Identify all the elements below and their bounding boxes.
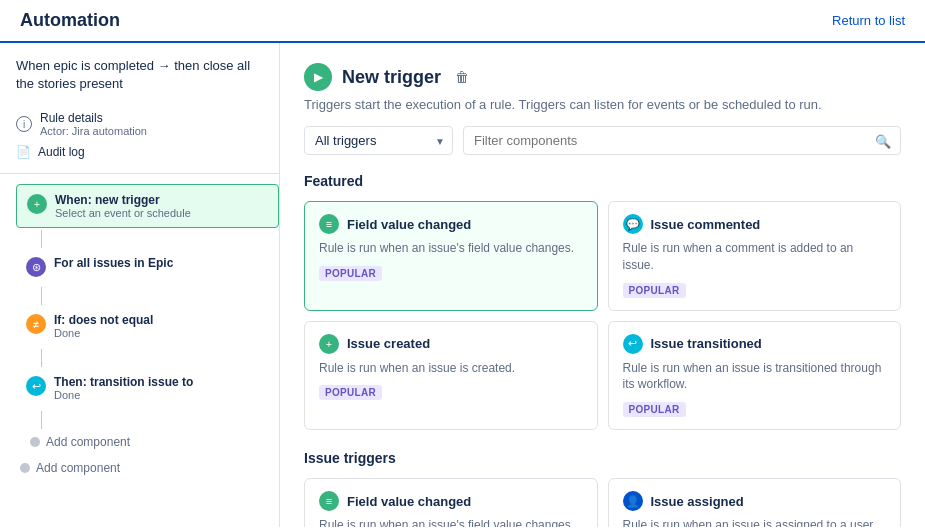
popular-badge-1: POPULAR (623, 283, 686, 298)
popular-badge-3: POPULAR (623, 402, 686, 417)
trigger-sublabel: Select an event or schedule (55, 207, 191, 219)
rule-details-sublabel: Actor: Jira automation (40, 125, 147, 137)
comment-icon: 💬 (623, 214, 643, 234)
issue-card-title-0: Field value changed (347, 494, 471, 509)
connector-2 (41, 287, 42, 305)
add-dot-1 (30, 437, 40, 447)
trigger-description: Triggers start the execution of a rule. … (304, 97, 901, 112)
workflow-item-then-transition[interactable]: ↩ Then: transition issue to Done (16, 367, 279, 409)
trigger-title: New trigger (342, 67, 441, 88)
sidebar: When epic is completed → then close all … (0, 43, 280, 527)
sidebar-rule-details[interactable]: i Rule details Actor: Jira automation (0, 107, 279, 141)
filter-components-input[interactable] (463, 126, 901, 155)
trigger-plus-icon: + (27, 194, 47, 214)
filter-input-wrap: 🔍 (463, 126, 901, 155)
issue-card-desc-0: Rule is run when an issue's field value … (319, 517, 583, 527)
app-header: Automation Return to list (0, 0, 925, 43)
trigger-type-select-wrap: All triggers Issue triggers Project trig… (304, 126, 453, 155)
card-desc-3: Rule is run when an issue is transitione… (623, 360, 887, 394)
main-layout: When epic is completed → then close all … (0, 43, 925, 527)
condition-icon: ≠ (26, 314, 46, 334)
card-field-value-changed-featured[interactable]: ≡ Field value changed Rule is run when a… (304, 201, 598, 311)
add-dot-2 (20, 463, 30, 473)
featured-cards-grid: ≡ Field value changed Rule is run when a… (304, 201, 901, 430)
group-icon: ⊛ (26, 257, 46, 277)
connector-1 (41, 230, 42, 248)
trigger-type-select[interactable]: All triggers Issue triggers Project trig… (304, 126, 453, 155)
rule-details-text: Rule details Actor: Jira automation (40, 111, 147, 137)
featured-title: Featured (304, 173, 901, 189)
card-desc-2: Rule is run when an issue is created. (319, 360, 583, 377)
transition-card-icon: ↩ (623, 334, 643, 354)
card-title-0: Field value changed (347, 217, 471, 232)
card-title-1: Issue commented (651, 217, 761, 232)
card-issue-commented-featured[interactable]: 💬 Issue commented Rule is run when a com… (608, 201, 902, 311)
for-all-label: For all issues in Epic (54, 256, 173, 270)
if-label: If: does not equal (54, 313, 153, 327)
filters-row: All triggers Issue triggers Project trig… (304, 126, 901, 155)
workflow-item-for-all-issues[interactable]: ⊛ For all issues in Epic (16, 248, 279, 285)
card-title-3: Issue transitioned (651, 336, 762, 351)
card-desc-1: Rule is run when a comment is added to a… (623, 240, 887, 274)
then-label: Then: transition issue to (54, 375, 193, 389)
add-component-label-1: Add component (46, 435, 130, 449)
add-component-button-1[interactable]: Add component (20, 429, 279, 455)
card-issue-transitioned-featured[interactable]: ↩ Issue transitioned Rule is run when an… (608, 321, 902, 431)
card-title-2: Issue created (347, 336, 430, 351)
info-icon: i (16, 116, 32, 132)
doc-icon: 📄 (16, 145, 30, 159)
popular-badge-0: POPULAR (319, 266, 382, 281)
trigger-header: ▶ New trigger 🗑 (304, 63, 901, 91)
sidebar-audit-log[interactable]: 📄 Audit log (0, 141, 279, 163)
delete-trigger-button[interactable]: 🗑 (455, 69, 469, 85)
sidebar-divider (0, 173, 279, 174)
rule-title: When epic is completed → then close all … (0, 57, 279, 107)
search-icon: 🔍 (875, 133, 891, 148)
transition-icon: ↩ (26, 376, 46, 396)
right-panel: ▶ New trigger 🗑 Triggers start the execu… (280, 43, 925, 527)
issue-triggers-cards-grid: ≡ Field value changed Rule is run when a… (304, 478, 901, 527)
issue-triggers-title: Issue triggers (304, 450, 901, 466)
connector-3 (41, 349, 42, 367)
trigger-label: When: new trigger (55, 193, 191, 207)
app-title: Automation (20, 10, 120, 31)
play-icon: ▶ (304, 63, 332, 91)
issue-card-desc-1: Rule is run when an issue is assigned to… (623, 517, 887, 527)
add-component-label-2: Add component (36, 461, 120, 475)
then-sublabel: Done (54, 389, 193, 401)
if-sublabel: Done (54, 327, 153, 339)
assigned-icon: 👤 (623, 491, 643, 511)
card-issue-assigned[interactable]: 👤 Issue assigned Rule is run when an iss… (608, 478, 902, 527)
field-value-icon: ≡ (319, 214, 339, 234)
card-desc-0: Rule is run when an issue's field value … (319, 240, 583, 257)
add-component-button-2[interactable]: Add component (4, 455, 279, 481)
featured-section: Featured ≡ Field value changed Rule is r… (304, 173, 901, 430)
popular-badge-2: POPULAR (319, 385, 382, 400)
issue-card-title-1: Issue assigned (651, 494, 744, 509)
field-value-issue-icon: ≡ (319, 491, 339, 511)
connector-4 (41, 411, 42, 429)
card-issue-created-featured[interactable]: + Issue created Rule is run when an issu… (304, 321, 598, 431)
card-field-value-changed-issue[interactable]: ≡ Field value changed Rule is run when a… (304, 478, 598, 527)
issue-created-icon: + (319, 334, 339, 354)
return-to-list-link[interactable]: Return to list (832, 13, 905, 28)
audit-log-label: Audit log (38, 145, 85, 159)
workflow-list: + When: new trigger Select an event or s… (0, 184, 279, 455)
issue-triggers-section: Issue triggers ≡ Field value changed Rul… (304, 450, 901, 527)
rule-details-label: Rule details (40, 111, 147, 125)
workflow-item-new-trigger[interactable]: + When: new trigger Select an event or s… (16, 184, 279, 228)
workflow-item-if-does-not-equal[interactable]: ≠ If: does not equal Done (16, 305, 279, 347)
